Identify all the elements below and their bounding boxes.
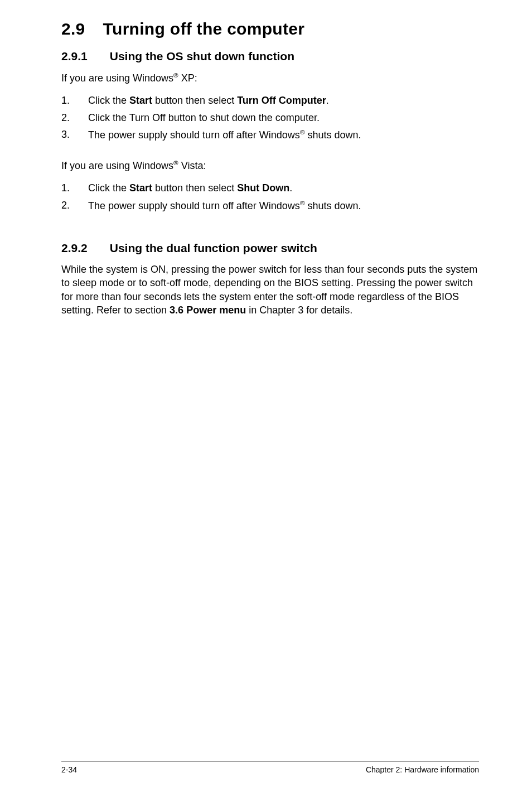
step-number: 2. (61, 199, 88, 212)
power-switch-paragraph: While the system is ON, pressing the pow… (61, 263, 479, 317)
registered-icon: ® (173, 71, 178, 79)
bold-text: 3.6 Power menu (170, 305, 246, 316)
page-number: 2-34 (61, 765, 77, 774)
xp-steps-list: 1. Click the Start button then select Tu… (61, 94, 479, 142)
intro-xp: If you are using Windows® XP: (61, 71, 479, 85)
list-item: 1. Click the Start button then select Tu… (61, 94, 479, 107)
list-item: 1. Click the Start button then select Sh… (61, 181, 479, 195)
text-fragment: . (289, 182, 292, 194)
step-number: 2. (61, 111, 88, 124)
page-footer: 2-34 Chapter 2: Hardware information (61, 761, 479, 774)
subsection-heading-1: 2.9.1Using the OS shut down function (61, 50, 479, 63)
text-fragment: . (326, 95, 329, 106)
bold-text: Start (129, 95, 152, 106)
intro-xp-text-b: XP: (178, 73, 197, 84)
text-fragment: shuts down. (305, 129, 361, 141)
section-title-text: Turning off the computer (103, 20, 305, 38)
bold-text: Start (129, 182, 152, 194)
section-number: 2.9 (61, 20, 85, 38)
bold-text: Turn Off Computer (237, 95, 326, 106)
text-fragment: in Chapter 3 for details. (246, 305, 352, 316)
subsection-title-text: Using the dual function power switch (110, 241, 317, 254)
chapter-label: Chapter 2: Hardware information (366, 765, 479, 774)
registered-icon: ® (300, 199, 305, 206)
step-number: 1. (61, 94, 88, 107)
intro-vista-text-b: Vista: (178, 160, 206, 171)
step-text: The power supply should turn off after W… (88, 199, 479, 212)
step-text: Click the Start button then select Shut … (88, 181, 479, 195)
text-fragment: button then select (152, 95, 237, 106)
bold-text: Shut Down (237, 182, 289, 194)
step-text: Click the Turn Off button to shut down t… (88, 111, 479, 124)
subsection-number: 2.9.1 (61, 50, 88, 63)
subsection-number: 2.9.2 (61, 241, 88, 255)
text-fragment: The power supply should turn off after W… (88, 129, 300, 141)
text-fragment: shuts down. (305, 200, 361, 211)
registered-icon: ® (300, 128, 305, 136)
registered-icon: ® (173, 159, 178, 166)
step-text: Click the Start button then select Turn … (88, 94, 479, 107)
intro-vista: If you are using Windows® Vista: (61, 158, 479, 172)
subsection-heading-2: 2.9.2Using the dual function power switc… (61, 241, 479, 255)
subsection-title-text: Using the OS shut down function (110, 50, 294, 62)
text-fragment: Click the (88, 182, 129, 194)
list-item: 2. Click the Turn Off button to shut dow… (61, 111, 479, 124)
intro-xp-text-a: If you are using Windows (61, 73, 173, 84)
intro-vista-text-a: If you are using Windows (61, 160, 173, 171)
section-heading: 2.9Turning off the computer (61, 20, 479, 38)
step-text: The power supply should turn off after W… (88, 128, 479, 142)
step-number: 1. (61, 181, 88, 195)
step-number: 3. (61, 128, 88, 142)
vista-steps-list: 1. Click the Start button then select Sh… (61, 181, 479, 212)
text-fragment: Click the (88, 95, 129, 106)
text-fragment: button then select (152, 182, 237, 194)
list-item: 3. The power supply should turn off afte… (61, 128, 479, 142)
text-fragment: The power supply should turn off after W… (88, 200, 300, 211)
list-item: 2. The power supply should turn off afte… (61, 199, 479, 212)
